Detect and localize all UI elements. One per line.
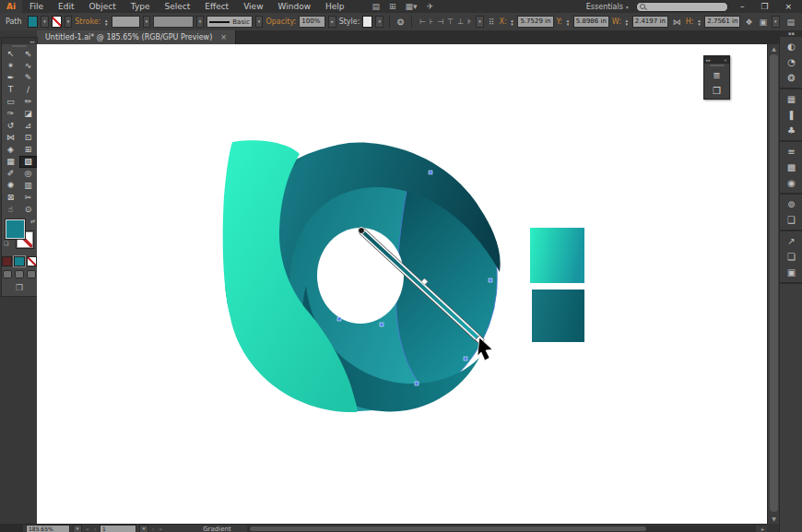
pen-tool-icon[interactable]: ✒ xyxy=(2,72,19,84)
opacity-field[interactable]: 100% xyxy=(299,16,325,28)
color-panel-icon[interactable]: ◐ xyxy=(780,39,802,54)
symbols-panel-icon[interactable]: ♣ xyxy=(780,123,802,138)
menu-item-help[interactable]: Help xyxy=(318,0,352,13)
fill-indicator-swatch[interactable] xyxy=(6,219,25,239)
appearance-panel-icon[interactable]: ⊚ xyxy=(780,196,802,212)
stroke-panel-icon[interactable]: ≡ xyxy=(780,144,802,160)
w-stepper[interactable]: ▴▾ xyxy=(624,18,630,26)
color-guide-panel-icon[interactable]: ◔ xyxy=(780,54,802,70)
pencil-tool-icon[interactable]: ✑ xyxy=(2,108,19,120)
draw-inside-button[interactable] xyxy=(27,270,36,278)
bridge-icon[interactable]: ▤ xyxy=(372,2,381,11)
width-profile-field[interactable] xyxy=(153,16,194,28)
curvature-tool-icon[interactable]: ✎ xyxy=(19,72,37,84)
stroke-weight-stepper[interactable]: ▴▾ xyxy=(103,18,109,26)
gradient-tool-icon[interactable]: ▧ xyxy=(19,156,37,168)
search-input[interactable] xyxy=(636,2,728,12)
recolor-artwork-panel-icon[interactable]: ❂ xyxy=(780,70,802,86)
layers-panel-icon[interactable]: ❏ xyxy=(780,249,802,265)
next-artboard-icon[interactable]: › xyxy=(151,526,155,532)
zoom-tool-icon[interactable]: ⊙ xyxy=(19,204,37,216)
artboard-artwork[interactable] xyxy=(37,44,767,524)
collapse-icon[interactable]: ▸▸ xyxy=(706,57,711,63)
fill-color-swatch[interactable] xyxy=(28,16,38,28)
column-graph-tool-icon[interactable]: ▥ xyxy=(19,180,37,192)
brush-dropdown[interactable]: ▾ xyxy=(255,16,264,28)
gradient-button[interactable] xyxy=(14,256,24,266)
free-transform-tool-icon[interactable]: ⊡ xyxy=(19,132,37,144)
stroke-label[interactable]: Stroke: xyxy=(75,18,100,26)
link-dimensions-icon[interactable]: ⋈ xyxy=(671,18,683,27)
selection-tool-icon[interactable]: ↖ xyxy=(2,48,19,60)
first-artboard-icon[interactable]: « xyxy=(85,526,90,532)
menu-item-edit[interactable]: Edit xyxy=(51,0,81,13)
shape-mode-icon[interactable]: ▣ xyxy=(757,18,769,27)
menu-item-object[interactable]: Object xyxy=(82,0,124,13)
brush-definition[interactable]: Basic xyxy=(206,16,253,28)
screen-mode-icon[interactable]: ❐ xyxy=(2,283,37,292)
y-field[interactable]: 5.8986 in xyxy=(573,16,609,28)
workspace-switcher[interactable]: Essentials▾ xyxy=(586,3,629,11)
align-middle-icon[interactable]: ⊥ xyxy=(455,18,466,26)
perspective-grid-tool-icon[interactable]: ⊞ xyxy=(19,144,37,156)
align-top-icon[interactable]: ⊤ xyxy=(445,18,455,26)
swap-fill-stroke-icon[interactable]: ⇄ xyxy=(30,218,35,224)
pathfinder-panel-icon[interactable]: ❐ xyxy=(708,83,726,99)
eraser-tool-icon[interactable]: ◪ xyxy=(19,108,37,120)
gradient-swatch-square-bottom[interactable] xyxy=(532,290,584,342)
export-panel-icon[interactable]: ↗ xyxy=(780,233,802,249)
gradient-panel-icon[interactable]: ▩ xyxy=(780,160,802,175)
shape-builder-tool-icon[interactable]: ◈ xyxy=(2,144,19,156)
scroll-right-icon[interactable]: ▸ xyxy=(759,526,767,532)
h-field[interactable]: 2.7561 in xyxy=(704,16,740,28)
graphic-styles-panel-icon[interactable]: ❑ xyxy=(780,212,802,228)
align-dropdown[interactable]: ▾ xyxy=(476,16,484,28)
stroke-weight-dropdown[interactable]: ▾ xyxy=(143,16,151,28)
transparency-panel-icon[interactable]: ◉ xyxy=(780,175,802,191)
shape-mode-dropdown[interactable]: ▾ xyxy=(772,16,780,28)
vertical-scroll-thumb[interactable] xyxy=(770,54,778,512)
draw-behind-button[interactable] xyxy=(15,270,24,278)
tab-close-icon[interactable]: × xyxy=(220,33,227,41)
align-panel-icon[interactable]: ≣ xyxy=(708,67,726,83)
mesh-tool-icon[interactable]: ▦ xyxy=(2,156,19,168)
gradient-swatch-square-top[interactable] xyxy=(530,228,584,283)
menu-item-type[interactable]: Type xyxy=(124,0,158,13)
menu-item-effect[interactable]: Effect xyxy=(197,0,236,13)
slice-tool-icon[interactable]: ✂ xyxy=(19,192,37,204)
last-artboard-icon[interactable]: » xyxy=(158,526,163,532)
swatches-panel-icon[interactable]: ▦ xyxy=(780,91,802,107)
stroke-color-swatch[interactable] xyxy=(52,16,62,28)
document-tab[interactable]: Untitled-1.ai* @ 185.65% (RGB/GPU Previe… xyxy=(37,30,236,44)
align-bottom-icon[interactable]: ⊧ xyxy=(466,18,473,26)
zoom-dropdown[interactable]: ▾ xyxy=(73,525,82,532)
x-field[interactable]: 5.7529 in xyxy=(517,16,553,28)
opacity-label[interactable]: Opacity: xyxy=(265,18,296,26)
style-swatch[interactable] xyxy=(362,16,372,28)
canvas[interactable] xyxy=(37,44,767,524)
symbol-sprayer-tool-icon[interactable]: ✺ xyxy=(2,180,19,192)
layout-dropdown-icon[interactable]: ▦▾ xyxy=(406,2,418,11)
restore-button[interactable]: ❐ xyxy=(756,1,773,13)
scale-tool-icon[interactable]: ⊿ xyxy=(19,120,37,132)
blend-tool-icon[interactable]: ◎ xyxy=(19,168,37,180)
artboard-tool-icon[interactable]: ⊠ xyxy=(2,192,19,204)
hand-tool-icon[interactable]: ☝ xyxy=(2,204,19,216)
close-button[interactable]: × xyxy=(780,1,796,13)
none-button[interactable] xyxy=(27,256,37,266)
draw-normal-button[interactable] xyxy=(3,270,12,278)
reference-point-icon[interactable]: ⠿ xyxy=(487,18,497,27)
artboards-panel-icon[interactable]: ▣ xyxy=(780,265,802,280)
x-stepper[interactable]: ▴▾ xyxy=(510,18,515,26)
dock-header[interactable]: ▪▪ xyxy=(780,30,802,37)
style-dropdown[interactable]: ▾ xyxy=(375,16,383,28)
magic-wand-tool-icon[interactable]: ✶ xyxy=(2,60,19,72)
stroke-dropdown[interactable]: ▾ xyxy=(65,16,73,28)
artboard-dropdown[interactable]: ▾ xyxy=(139,525,148,532)
stroke-weight-field[interactable] xyxy=(112,16,140,28)
menu-item-view[interactable]: View xyxy=(236,0,270,13)
width-tool-icon[interactable]: ⋈ xyxy=(2,132,19,144)
transform-icon[interactable]: ❖ xyxy=(743,18,754,27)
rectangle-tool-icon[interactable]: ▭ xyxy=(2,96,19,108)
menu-item-select[interactable]: Select xyxy=(157,0,197,13)
